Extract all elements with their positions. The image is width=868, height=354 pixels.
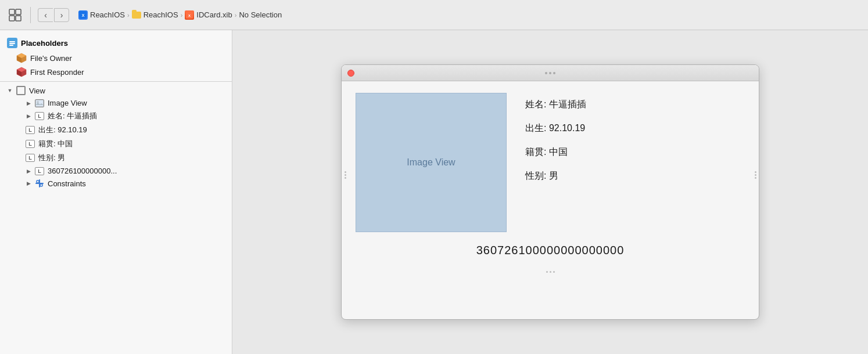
sidebar-item-label-name[interactable]: ▶ L 姓名: 牛逼插插 <box>0 109 232 123</box>
breadcrumb-label-0: ReachIOS <box>90 10 125 19</box>
breadcrumb-label-3: No Selection <box>239 10 282 19</box>
svg-rect-3 <box>16 16 21 21</box>
xib-dot-2 <box>549 72 551 74</box>
sidebar-item-label-id[interactable]: ▶ L 360726100000000... <box>0 165 232 177</box>
first-responder-icon <box>16 67 27 77</box>
xib-field-birth: 出生: 92.10.19 <box>525 122 586 135</box>
svg-rect-9 <box>9 41 15 42</box>
breadcrumb-item-0[interactable]: X ReachIOS <box>78 10 125 20</box>
nav-forward-button[interactable]: › <box>54 8 69 22</box>
xib-preview-window: Image View 姓名: 牛逼插插 出生: 92.10.19 籍贯: 中国 … <box>341 64 759 320</box>
svg-text:X: X <box>188 14 191 17</box>
sidebar-sep-1 <box>0 81 232 82</box>
constraints-icon <box>35 179 44 188</box>
xib-id-number: 360726100000000000000 <box>476 244 625 257</box>
sidebar-item-first-responder[interactable]: First Responder <box>0 65 232 79</box>
label-name-disclosure[interactable]: ▶ <box>26 113 31 119</box>
breadcrumb-item-1[interactable]: ReachIOS <box>132 10 178 19</box>
grid-icon <box>7 7 23 23</box>
xib-resize-right[interactable] <box>752 81 759 269</box>
sidebar-item-files-owner[interactable]: File's Owner <box>0 51 232 65</box>
label-id-icon: L <box>35 167 44 175</box>
xib-dot-3 <box>553 72 555 74</box>
image-view-icon <box>35 99 44 107</box>
xib-bottom-dot-2 <box>550 271 551 273</box>
files-owner-label: File's Owner <box>30 54 72 63</box>
xib-image-label: Image View <box>407 157 455 168</box>
xib-bottom-dot-1 <box>546 271 548 273</box>
constraints-disclosure[interactable]: ▶ <box>26 180 31 186</box>
svg-rect-2 <box>9 16 15 21</box>
svg-rect-0 <box>9 9 15 15</box>
view-icon <box>16 86 26 95</box>
breadcrumb-sep-0: › <box>127 12 130 19</box>
canvas: Image View 姓名: 牛逼插插 出生: 92.10.19 籍贯: 中国 … <box>232 30 868 354</box>
sidebar-item-label-hometown[interactable]: L 籍贯: 中国 <box>0 137 232 151</box>
label-birth-text: 出生: 92.10.19 <box>38 125 87 135</box>
breadcrumb-item-2[interactable]: X IDCard.xib <box>185 10 232 20</box>
svg-rect-1 <box>16 9 21 15</box>
svg-rect-24 <box>37 180 39 183</box>
view-label: View <box>29 86 45 95</box>
xib-field-hometown: 籍贯: 中国 <box>525 146 586 158</box>
constraints-label: Constraints <box>48 179 86 188</box>
xib-titlebar <box>342 65 759 81</box>
sidebar-item-constraints[interactable]: ▶ Constraints <box>0 177 232 190</box>
xib-resize-left[interactable] <box>342 81 349 269</box>
sidebar-item-view[interactable]: ▼ View <box>0 84 232 97</box>
nav-back-button[interactable]: ‹ <box>38 8 53 22</box>
svg-rect-20 <box>35 100 44 107</box>
breadcrumb-sep-2: › <box>235 12 237 19</box>
xib-content: Image View 姓名: 牛逼插插 出生: 92.10.19 籍贯: 中国 … <box>342 81 759 269</box>
xib-field-name: 姓名: 牛逼插插 <box>525 99 586 111</box>
xib-title-dots <box>342 72 759 74</box>
breadcrumb-sep-1: › <box>181 12 183 19</box>
view-disclosure[interactable]: ▼ <box>7 88 13 93</box>
toolbar-divider <box>30 7 31 23</box>
xib-field-gender: 性别: 男 <box>525 170 586 182</box>
sidebar-item-image-view[interactable]: ▶ Image View <box>0 97 232 109</box>
xib-close-button[interactable] <box>347 70 354 77</box>
placeholders-label: Placeholders <box>21 39 68 48</box>
sidebar-item-label-gender[interactable]: L 性别: 男 <box>0 151 232 165</box>
folder-icon <box>132 12 141 19</box>
toolbar-nav: ‹ › <box>38 8 69 22</box>
label-gender-text: 性别: 男 <box>38 153 65 163</box>
placeholders-group: Placeholders <box>0 35 232 51</box>
xib-body: Image View 姓名: 牛逼插插 出生: 92.10.19 籍贯: 中国 … <box>342 81 759 269</box>
xib-file-icon: X <box>185 10 194 20</box>
breadcrumb-label-1: ReachIOS <box>144 10 178 19</box>
xib-dot-1 <box>545 72 547 74</box>
sidebar: Placeholders File's Owner <box>0 30 232 354</box>
breadcrumb: X ReachIOS › ReachIOS › X IDCard.xib › N… <box>78 10 282 20</box>
xib-bottom-dot-3 <box>553 271 555 273</box>
toolbar: ‹ › X ReachIOS › ReachIOS › X IDCard.xib… <box>0 0 868 30</box>
label-birth-icon: L <box>26 126 35 134</box>
label-name-text: 姓名: 牛逼插插 <box>48 111 97 121</box>
first-responder-label: First Responder <box>30 68 84 77</box>
breadcrumb-label-2: IDCard.xib <box>196 10 232 19</box>
image-view-disclosure[interactable]: ▶ <box>26 100 31 106</box>
label-gender-icon: L <box>26 154 35 162</box>
sidebar-item-label-birth[interactable]: L 出生: 92.10.19 <box>0 123 232 137</box>
svg-rect-11 <box>9 45 13 46</box>
files-owner-icon <box>16 53 27 63</box>
svg-rect-25 <box>40 184 42 186</box>
svg-text:X: X <box>82 13 85 17</box>
label-hometown-text: 籍贯: 中国 <box>38 139 73 149</box>
placeholders-icon <box>7 38 17 48</box>
main-content: Placeholders File's Owner <box>0 30 868 354</box>
xib-resize-bottom[interactable] <box>342 269 759 275</box>
svg-rect-10 <box>9 43 15 44</box>
xcode-project-icon: X <box>78 10 88 20</box>
xib-text-fields: 姓名: 牛逼插插 出生: 92.10.19 籍贯: 中国 性别: 男 <box>525 93 586 232</box>
label-id-disclosure[interactable]: ▶ <box>26 168 31 174</box>
label-hometown-icon: L <box>26 140 35 148</box>
xib-card: Image View 姓名: 牛逼插插 出生: 92.10.19 籍贯: 中国 … <box>356 93 745 232</box>
label-name-icon: L <box>35 112 44 120</box>
xib-image-placeholder: Image View <box>356 93 507 232</box>
label-id-text: 360726100000000... <box>48 167 117 175</box>
image-view-label: Image View <box>48 99 87 107</box>
